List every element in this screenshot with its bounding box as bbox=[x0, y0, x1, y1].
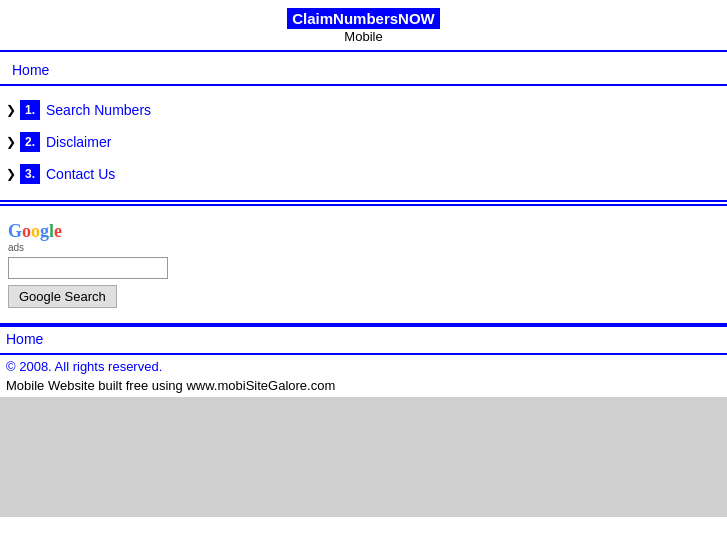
nav-label-2: Disclaimer bbox=[46, 134, 111, 150]
footer-gray-area bbox=[0, 397, 727, 517]
nav-bottom-divider1 bbox=[0, 200, 727, 202]
nav-badge-3: 3. bbox=[20, 164, 40, 184]
nav-label-3: Contact Us bbox=[46, 166, 115, 182]
copyright-text: © 2008. All rights reserved. bbox=[6, 359, 721, 374]
nav-label-1: Search Numbers bbox=[46, 102, 151, 118]
nav-arrow-2: ❯ bbox=[6, 135, 16, 149]
built-with-text: Mobile Website built free using www.mobi… bbox=[6, 378, 721, 393]
brand-logo: ClaimNumbersNOW bbox=[287, 11, 440, 27]
google-logo-container: Google ads bbox=[8, 221, 719, 253]
top-nav: Home bbox=[0, 52, 727, 84]
google-logo: Google bbox=[8, 221, 62, 241]
nav-badge-1: 1. bbox=[20, 100, 40, 120]
nav-list: ❯ 1. Search Numbers ❯ 2. Disclaimer ❯ 3.… bbox=[0, 86, 727, 200]
nav-item-disclaimer[interactable]: ❯ 2. Disclaimer bbox=[6, 126, 721, 158]
footer-bottom: © 2008. All rights reserved. Mobile Webs… bbox=[0, 353, 727, 397]
brand-mobile: Mobile bbox=[0, 29, 727, 44]
nav-item-search[interactable]: ❯ 1. Search Numbers bbox=[6, 94, 721, 126]
search-section: Google ads Google Search bbox=[0, 206, 727, 323]
google-search-button[interactable]: Google Search bbox=[8, 285, 117, 308]
nav-item-contact[interactable]: ❯ 3. Contact Us bbox=[6, 158, 721, 190]
nav-arrow-3: ❯ bbox=[6, 167, 16, 181]
footer-section: Home bbox=[0, 325, 727, 353]
search-input[interactable] bbox=[8, 257, 168, 279]
google-sub: ads bbox=[8, 242, 719, 253]
home-link-top[interactable]: Home bbox=[6, 56, 721, 84]
page-header: ClaimNumbersNOW Mobile bbox=[0, 0, 727, 50]
nav-arrow-1: ❯ bbox=[6, 103, 16, 117]
brand-text: ClaimNumbersNOW bbox=[287, 8, 440, 29]
home-link-bottom[interactable]: Home bbox=[6, 331, 721, 347]
nav-badge-2: 2. bbox=[20, 132, 40, 152]
